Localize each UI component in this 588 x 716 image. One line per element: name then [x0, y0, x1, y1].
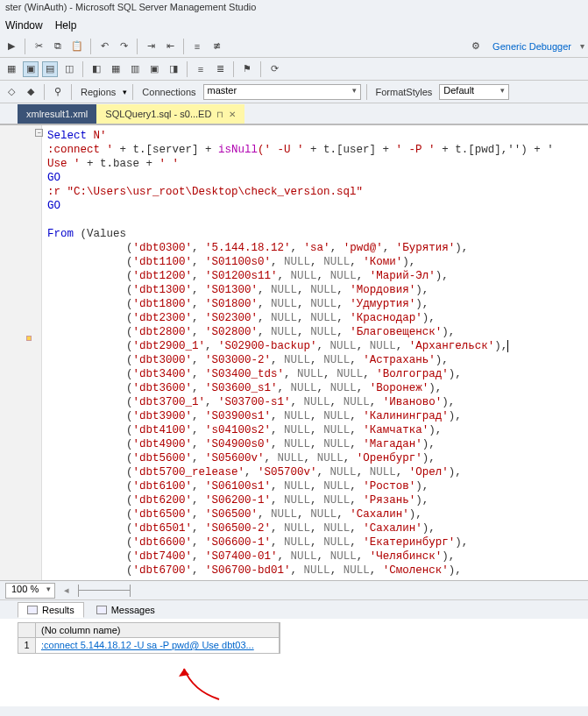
- dropdown-icon[interactable]: ▾: [123, 88, 127, 96]
- separator: [137, 39, 138, 54]
- separator: [233, 61, 234, 77]
- outline-collapse-icon[interactable]: −: [35, 129, 43, 137]
- bookmark-icon[interactable]: ⚑: [239, 61, 255, 77]
- zoom-slider[interactable]: [78, 585, 131, 597]
- toolbar-secondary: ▦ ▣ ▤ ◫ ◧ ▦ ▥ ▣ ◨ ≡ ≣ ⚑ ⟳: [0, 58, 588, 81]
- menu-window[interactable]: Window: [5, 19, 43, 33]
- separator: [25, 39, 25, 54]
- zoom-prev-icon[interactable]: ◂: [64, 585, 69, 596]
- uncomment-icon[interactable]: ≢: [209, 39, 224, 54]
- result-cell-link[interactable]: :connect 5.144.18.12 -U sa -P pwd@ Use d…: [36, 638, 280, 653]
- result-tabs: Results Messages: [0, 599, 588, 619]
- separator: [183, 39, 184, 54]
- tab-label: SQLQuery1.sql - s0...ED: [105, 109, 211, 119]
- result-icon[interactable]: ▤: [42, 61, 58, 77]
- separator: [44, 84, 45, 100]
- edit-marker: [26, 336, 32, 341]
- grid-row[interactable]: 1 :connect 5.144.18.12 -U sa -P pwd@ Use…: [18, 638, 280, 654]
- database-combo[interactable]: master: [203, 84, 361, 100]
- window-title: ster (WinAuth) - Microsoft SQL Server Ma…: [0, 0, 588, 18]
- debug-icon[interactable]: ⚙: [468, 39, 484, 54]
- zoom-bar: 100 % ◂: [0, 580, 588, 599]
- toolbar-main: ▶ ✂ ⧉ 📋 ↶ ↷ ⇥ ⇤ ≡ ≢ ⚙ Generic Debugger ▾: [0, 35, 588, 58]
- refresh-icon[interactable]: ⟳: [266, 61, 282, 77]
- chart-icon[interactable]: ◫: [61, 61, 77, 77]
- separator: [71, 84, 72, 100]
- paste-icon[interactable]: 📋: [69, 39, 85, 54]
- grid-icon[interactable]: ▦: [4, 61, 19, 77]
- option2-icon[interactable]: ◆: [23, 84, 39, 100]
- connections-label: Connections: [138, 87, 199, 97]
- menu-bar: Window Help: [0, 18, 588, 35]
- row-number: 1: [18, 638, 36, 653]
- column-header[interactable]: (No column name): [36, 623, 280, 637]
- messages-tab[interactable]: Messages: [88, 603, 164, 617]
- comment-icon[interactable]: ≡: [189, 39, 205, 54]
- format-icon[interactable]: ≣: [212, 61, 228, 77]
- row-header-blank: [18, 623, 36, 637]
- separator: [132, 84, 133, 100]
- debugger-label[interactable]: Generic Debugger: [487, 41, 577, 52]
- formatstyle-combo[interactable]: Default: [439, 84, 509, 100]
- zoom-combo[interactable]: 100 %: [5, 583, 55, 599]
- separator: [187, 61, 188, 77]
- results-grid: (No column name) 1 :connect 5.144.18.12 …: [0, 619, 588, 706]
- outdent-icon[interactable]: ⇤: [162, 39, 178, 54]
- func-icon[interactable]: ▣: [146, 61, 162, 77]
- undo-icon[interactable]: ↶: [96, 39, 112, 54]
- toolbar-connection: ◇ ◆ ⚲ Regions ▾ Connections master Forma…: [0, 81, 588, 103]
- execute-icon[interactable]: ▶: [4, 39, 19, 54]
- messages-label: Messages: [111, 605, 155, 615]
- grid-header: (No column name): [18, 622, 280, 638]
- code-area[interactable]: Select N' :connect ' + t.[server] + isNu…: [42, 125, 588, 580]
- cut-icon[interactable]: ✂: [31, 39, 46, 54]
- separator: [366, 84, 367, 100]
- sql-editor[interactable]: − Select N' :connect ' + t.[server] + is…: [0, 124, 588, 580]
- close-icon[interactable]: ✕: [229, 110, 236, 119]
- separator: [82, 61, 83, 77]
- grid-icon: [27, 606, 38, 614]
- messages-icon: [96, 606, 107, 614]
- db-icon[interactable]: ◧: [89, 61, 104, 77]
- regions-label[interactable]: Regions: [77, 87, 119, 97]
- tab-sqlquery[interactable]: SQLQuery1.sql - s0...ED ⊓ ✕: [96, 104, 244, 124]
- conn-icon[interactable]: ⚲: [50, 84, 66, 100]
- results-label: Results: [42, 605, 74, 615]
- tab-xmlresult[interactable]: xmlresult1.xml: [18, 104, 96, 124]
- editor-gutter: −: [0, 125, 42, 580]
- align-icon[interactable]: ≡: [193, 61, 209, 77]
- menu-help[interactable]: Help: [55, 19, 77, 33]
- document-tabs: xmlresult1.xml SQLQuery1.sql - s0...ED ⊓…: [0, 103, 588, 124]
- view-icon[interactable]: ▥: [127, 61, 143, 77]
- separator: [90, 39, 91, 54]
- redo-icon[interactable]: ↷: [116, 39, 131, 54]
- option-icon[interactable]: ◇: [4, 84, 19, 100]
- indent-icon[interactable]: ⇥: [143, 39, 159, 54]
- sql-icon[interactable]: ▣: [23, 61, 39, 77]
- sp-icon[interactable]: ◨: [166, 61, 181, 77]
- pin-icon[interactable]: ⊓: [216, 110, 223, 119]
- table-icon[interactable]: ▦: [108, 61, 124, 77]
- tab-label: xmlresult1.xml: [26, 109, 88, 119]
- separator: [260, 61, 261, 77]
- copy-icon[interactable]: ⧉: [50, 39, 66, 54]
- formatstyles-label: FormatStyles: [372, 87, 436, 97]
- results-tab[interactable]: Results: [18, 602, 84, 618]
- dropdown-icon[interactable]: ▾: [580, 41, 584, 51]
